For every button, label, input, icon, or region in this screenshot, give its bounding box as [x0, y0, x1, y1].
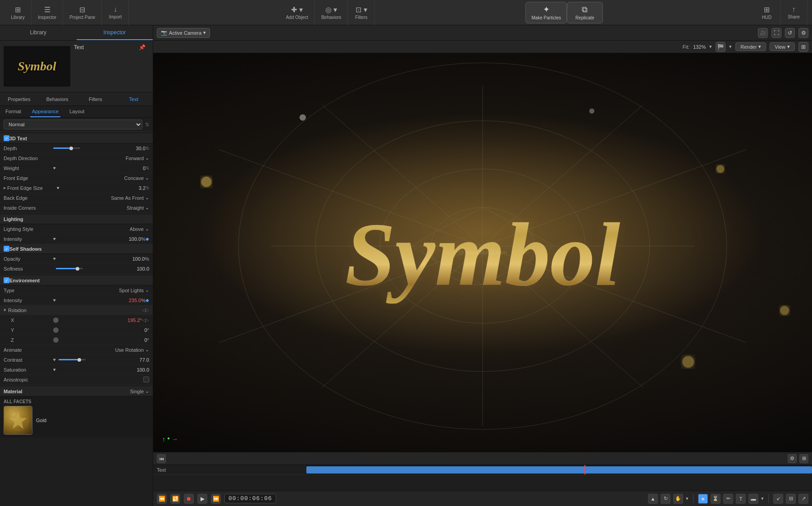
- add-object-icon: ✚ ▾: [291, 5, 302, 14]
- all-facets-label: ALL FACETS: [4, 399, 149, 404]
- pin-icon: 📌: [139, 44, 146, 51]
- contrast-thumb[interactable]: [78, 358, 81, 362]
- anisotropic-checkbox[interactable]: [143, 377, 149, 382]
- inspector-button[interactable]: ☰ Inspector: [32, 0, 63, 25]
- material-header[interactable]: Material Single ⌄: [0, 386, 153, 396]
- flag-icon[interactable]: 🏁: [716, 42, 725, 52]
- filters-button[interactable]: ⊡ ▾ Filters: [348, 0, 375, 25]
- env-intensity-unit: %: [141, 298, 146, 303]
- step-forward-button[interactable]: ⏩: [211, 494, 221, 504]
- track-timeline[interactable]: [306, 465, 812, 474]
- add-object-button[interactable]: ✚ ▾ Add Object: [279, 0, 315, 25]
- x-row: X 195.2 ° ◁ ▷: [0, 315, 153, 325]
- blend-mode-select[interactable]: Normal: [4, 120, 142, 129]
- svg-point-24: [589, 109, 594, 114]
- rewind-button[interactable]: ⏮: [157, 454, 166, 463]
- inside-corners-value[interactable]: Straight ⌄: [127, 205, 149, 211]
- fullscreen-icon[interactable]: ⛶: [771, 28, 781, 38]
- library-tab[interactable]: Library: [0, 25, 77, 40]
- viewport-toolbar-2: Fit: 132% ▾ 🏁 ▾ Render ▾ View ▾ ⊞: [153, 41, 812, 53]
- record-button[interactable]: ⏺: [184, 494, 194, 504]
- undo-icon[interactable]: ↺: [785, 28, 795, 38]
- gold-label: Gold: [36, 418, 46, 423]
- tool-rotate-button[interactable]: ↻: [661, 494, 671, 504]
- expand-down-button[interactable]: ↙: [773, 494, 783, 504]
- svg-point-22: [780, 306, 789, 315]
- depth-direction-value[interactable]: Forward ⌄: [126, 155, 149, 161]
- animate-value[interactable]: Use Rotation ⌄: [115, 347, 149, 353]
- expand-panel-button[interactable]: ↗: [798, 494, 808, 504]
- share-button[interactable]: ↑ Share: [780, 0, 807, 25]
- gold-facet-thumbnail[interactable]: [4, 406, 32, 435]
- lighting-style-value[interactable]: Above ⌄: [130, 226, 149, 232]
- softness-thumb[interactable]: [76, 267, 79, 271]
- lighting-header[interactable]: Lighting: [0, 215, 153, 224]
- pencil-button[interactable]: ✏: [723, 494, 733, 504]
- intensity-unit: %: [141, 236, 146, 242]
- active-camera-button[interactable]: 📷 Active Camera ▾: [157, 28, 210, 38]
- color-button[interactable]: ■: [698, 494, 708, 504]
- front-edge-value[interactable]: Concave ⌄: [124, 175, 149, 181]
- tool-move-button[interactable]: ✋: [673, 494, 683, 504]
- grid-icon[interactable]: ⊞: [798, 42, 808, 52]
- environment-label: Environment: [9, 278, 40, 283]
- import-button[interactable]: ↓ Import: [102, 0, 129, 25]
- fit-label: Fit:: [683, 44, 689, 50]
- front-edge-row: Front Edge Concave ⌄: [0, 173, 153, 183]
- self-shadows-checkbox[interactable]: ✓: [4, 246, 9, 252]
- play-button[interactable]: ▶: [197, 494, 207, 504]
- intensity-diamond: ◆: [146, 236, 149, 241]
- properties-tab[interactable]: Properties: [0, 92, 38, 106]
- text-tab[interactable]: Text: [114, 92, 153, 106]
- loop-button[interactable]: 🔁: [170, 494, 180, 504]
- record-keyframe-button[interactable]: ⌛: [711, 494, 721, 504]
- inside-corners-label: Inside Corners: [4, 205, 53, 211]
- type-value[interactable]: Spot Lights ⌄: [119, 287, 149, 293]
- environment-header[interactable]: ✓ Environment: [0, 276, 153, 285]
- zoom-fit-button[interactable]: ⊟: [786, 494, 796, 504]
- canvas-area[interactable]: Symbol Symbol ⓜ www.MacZ.com: [153, 53, 812, 452]
- 3d-text-checkbox[interactable]: ✓: [4, 135, 9, 141]
- step-back-button[interactable]: ⏪: [157, 494, 167, 504]
- z-row: Z 0 °: [0, 335, 153, 345]
- timeline-expand-button[interactable]: ⊞: [799, 454, 808, 463]
- appearance-tab[interactable]: Appearance: [30, 106, 60, 117]
- svg-point-23: [300, 114, 306, 120]
- camera-view-icon[interactable]: 🎥: [758, 28, 768, 38]
- hud-button[interactable]: ⊞ HUD: [753, 0, 780, 25]
- render-button[interactable]: Render ▾: [735, 42, 766, 51]
- 3d-text-header[interactable]: ✓ 3D Text: [0, 133, 153, 143]
- filters-tab[interactable]: Filters: [77, 92, 115, 106]
- depth-slider-thumb[interactable]: [69, 147, 73, 150]
- environment-checkbox[interactable]: ✓: [4, 277, 9, 283]
- depth-slider[interactable]: [53, 147, 80, 149]
- inspector-label: Inspector: [38, 15, 56, 20]
- behaviors-tab[interactable]: Behaviors: [38, 92, 77, 106]
- settings-icon[interactable]: ⚙: [798, 28, 808, 38]
- replicate-button[interactable]: ⧉ Replicate: [567, 2, 603, 23]
- make-particles-label: Make Particles: [531, 15, 561, 20]
- timeline-tracks: Text: [153, 465, 812, 491]
- view-button[interactable]: View ▾: [770, 42, 795, 51]
- project-pane-label: Project Pane: [69, 15, 95, 20]
- library-button[interactable]: ⊞ Library: [5, 0, 32, 25]
- library-label: Library: [11, 15, 25, 20]
- project-pane-button[interactable]: ⊟ Project Pane: [63, 0, 102, 25]
- contrast-slider[interactable]: [59, 359, 86, 360]
- inspector-tab[interactable]: Inspector: [77, 25, 153, 40]
- self-shadows-header[interactable]: ✓ Self Shadows: [0, 244, 153, 254]
- make-particles-button[interactable]: ✦ Make Particles: [525, 2, 567, 23]
- text-button[interactable]: T: [736, 494, 746, 504]
- intensity-value: 100.0: [99, 236, 141, 242]
- mask-button[interactable]: ▬: [748, 494, 758, 504]
- softness-slider[interactable]: [56, 268, 83, 269]
- behaviors-button[interactable]: ◎ ▾ Behaviors: [315, 0, 348, 25]
- playhead[interactable]: [584, 465, 585, 474]
- tool-select-button[interactable]: ▲: [648, 494, 658, 504]
- layout-tab[interactable]: Layout: [68, 106, 86, 117]
- back-edge-value[interactable]: Same As Front ⌄: [111, 195, 149, 201]
- format-tab[interactable]: Format: [4, 106, 23, 117]
- timeline-settings-button[interactable]: ⚙: [788, 454, 797, 463]
- intensity-label: Intensity: [4, 236, 53, 242]
- material-value[interactable]: Single ⌄: [130, 388, 149, 394]
